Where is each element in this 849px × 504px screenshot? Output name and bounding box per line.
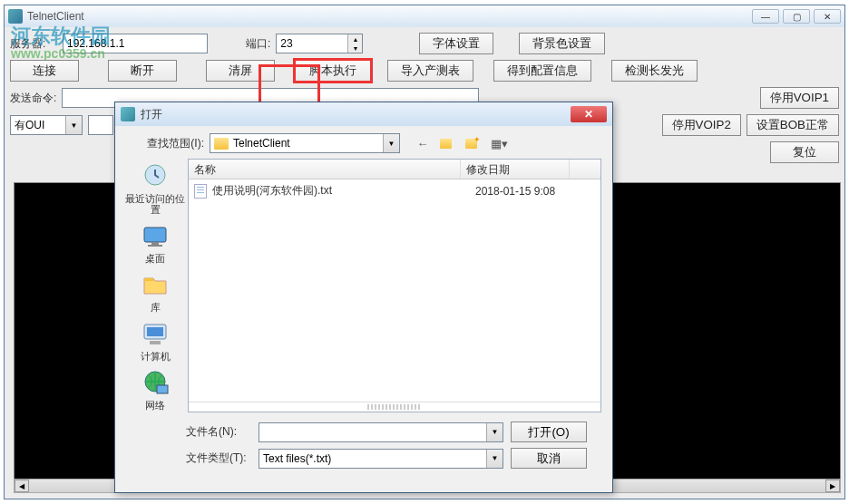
place-recent-label: 最近访问的位置 (122, 193, 188, 215)
chevron-down-icon: ▼ (486, 423, 503, 441)
connect-button[interactable]: 连接 (10, 60, 79, 82)
place-libraries-label: 库 (151, 302, 161, 313)
disconnect-button[interactable]: 断开 (108, 60, 177, 82)
svg-rect-1 (144, 228, 166, 242)
dialog-icon (121, 107, 135, 121)
filename-label: 文件名(N): (186, 424, 251, 440)
port-spinner[interactable]: 23 ▲▼ (276, 34, 363, 53)
cancel-button[interactable]: 取消 (511, 448, 587, 469)
spin-up-icon[interactable]: ▲ (348, 34, 362, 44)
port-value: 23 (277, 34, 347, 53)
place-recent[interactable]: 最近访问的位置 (122, 162, 188, 215)
app-title: TelnetClient (27, 10, 84, 23)
svg-rect-3 (148, 245, 162, 247)
open-button[interactable]: 打开(O) (511, 422, 587, 442)
svg-rect-2 (151, 242, 159, 245)
scroll-right-icon[interactable]: ▶ (825, 480, 840, 492)
up-folder-button[interactable] (440, 135, 456, 151)
lookin-combo[interactable]: TelnetClient ▼ (210, 133, 400, 153)
stop-voip2-button[interactable]: 停用VOIP2 (662, 114, 741, 136)
small-input[interactable] (88, 115, 113, 135)
filetype-combo[interactable]: Text files(*.txt) ▼ (259, 449, 503, 469)
reset-button[interactable]: 复位 (770, 141, 839, 163)
back-button[interactable]: ← (415, 135, 431, 151)
get-config-button[interactable]: 得到配置信息 (493, 60, 591, 82)
col-date[interactable]: 修改日期 (461, 160, 570, 179)
server-input[interactable] (63, 34, 208, 53)
font-settings-button[interactable]: 字体设置 (419, 33, 493, 54)
filetype-value: Text files(*.txt) (263, 452, 331, 465)
svg-rect-9 (157, 385, 168, 393)
send-cmd-label: 发送命令: (10, 91, 56, 106)
stop-voip1-button[interactable]: 停用VOIP1 (760, 87, 839, 109)
port-label: 端口: (246, 36, 270, 52)
titlebar[interactable]: TelnetClient — ▢ ✕ (5, 5, 844, 27)
app-icon (8, 9, 23, 24)
text-file-icon (194, 184, 207, 199)
maximize-button[interactable]: ▢ (783, 9, 810, 24)
dialog-titlebar[interactable]: 打开 ✕ (115, 102, 612, 126)
clear-button[interactable]: 清屏 (206, 60, 275, 82)
oui-value: 有OUI (15, 118, 44, 133)
filetype-label: 文件类型(T): (186, 451, 251, 466)
oui-select[interactable]: 有OUI ▼ (10, 115, 83, 135)
detect-long-light-button[interactable]: 检测长发光 (611, 60, 698, 82)
close-button[interactable]: ✕ (814, 9, 841, 24)
spin-down-icon[interactable]: ▼ (348, 44, 362, 53)
place-libraries[interactable]: 库 (139, 271, 171, 313)
server-label: 服务器: (10, 36, 57, 52)
lookin-label: 查找范围(I): (122, 136, 204, 151)
place-network[interactable]: 网络 (139, 369, 171, 411)
import-test-button[interactable]: 导入产测表 (387, 60, 473, 82)
file-date: 2018-01-15 9:08 (475, 185, 555, 198)
place-desktop-label: 桌面 (145, 253, 165, 264)
file-row[interactable]: 使用说明(河东软件园).txt 2018-01-15 9:08 (189, 179, 600, 202)
scroll-left-icon[interactable]: ◀ (15, 480, 29, 492)
set-bob-button[interactable]: 设置BOB正常 (747, 114, 839, 136)
list-splitter-icon[interactable] (367, 404, 422, 410)
chevron-down-icon: ▼ (65, 116, 82, 134)
place-network-label: 网络 (145, 400, 165, 411)
file-name: 使用说明(河东软件园).txt (212, 183, 475, 199)
chevron-down-icon: ▼ (486, 450, 503, 468)
dialog-close-button[interactable]: ✕ (571, 106, 607, 122)
new-folder-button[interactable]: ✦ (465, 135, 482, 151)
svg-rect-6 (147, 327, 163, 336)
lookin-value: TelnetClient (233, 137, 290, 150)
col-name[interactable]: 名称 (189, 160, 461, 179)
chevron-down-icon: ▼ (383, 134, 399, 152)
svg-rect-4 (144, 278, 153, 281)
script-exec-button[interactable]: 脚本执行 (295, 60, 371, 82)
filename-combo[interactable]: ▼ (259, 422, 503, 442)
folder-icon (214, 138, 229, 150)
dialog-title: 打开 (141, 107, 162, 122)
view-menu-button[interactable]: ▦▾ (491, 135, 507, 151)
open-file-dialog: 打开 ✕ 查找范围(I): TelnetClient ▼ ← ✦ ▦▾ 最近访问… (114, 102, 613, 493)
svg-rect-7 (150, 341, 161, 344)
file-list[interactable]: 名称 修改日期 使用说明(河东软件园).txt 2018-01-15 9:08 (188, 159, 601, 412)
file-list-header[interactable]: 名称 修改日期 (189, 160, 600, 179)
place-computer-label: 计算机 (141, 351, 171, 362)
bg-settings-button[interactable]: 背景色设置 (519, 33, 605, 54)
place-desktop[interactable]: 桌面 (139, 222, 171, 264)
minimize-button[interactable]: — (752, 9, 779, 24)
places-bar: 最近访问的位置 桌面 库 计算机 网络 (122, 159, 188, 412)
place-computer[interactable]: 计算机 (139, 320, 171, 362)
